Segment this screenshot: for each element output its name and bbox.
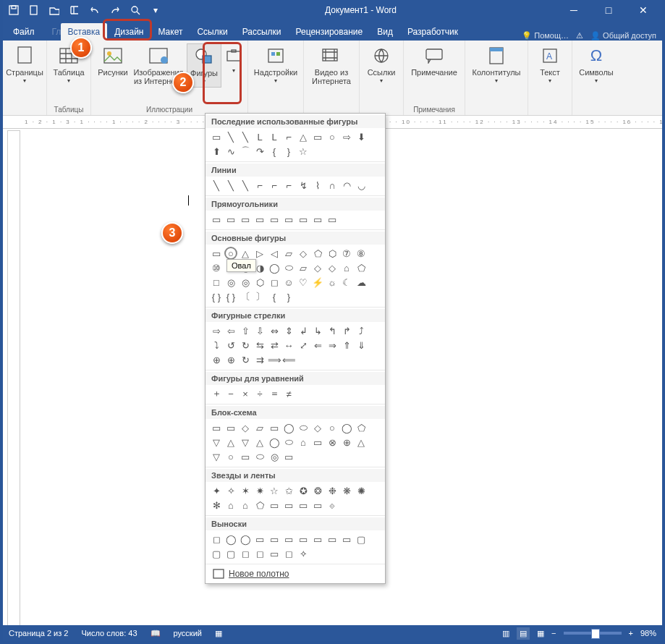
- shape-item[interactable]: L: [253, 130, 266, 143]
- shape-item[interactable]: ⇨: [340, 130, 353, 143]
- shape-item[interactable]: ＝: [268, 387, 281, 400]
- shape-item[interactable]: ⬡: [253, 276, 266, 289]
- shape-item[interactable]: ▭: [311, 533, 324, 546]
- shape-item[interactable]: △: [297, 130, 310, 143]
- shape-item[interactable]: ◯: [239, 533, 252, 546]
- status-spellcheck-icon[interactable]: 📖: [151, 629, 161, 638]
- shape-item[interactable]: ⬭: [282, 436, 295, 449]
- status-language[interactable]: русский: [174, 629, 202, 637]
- shape-item[interactable]: ✺: [355, 484, 368, 497]
- shape-item[interactable]: ↳: [311, 324, 324, 337]
- shape-item[interactable]: ↷: [253, 145, 266, 158]
- symbols-button[interactable]: Ω Символы▾: [577, 43, 616, 86]
- shape-item[interactable]: ▭: [239, 450, 252, 463]
- zoom-out-button[interactable]: −: [551, 629, 556, 637]
- shape-item[interactable]: ✷: [253, 484, 266, 497]
- shape-item[interactable]: ▭: [326, 213, 339, 226]
- shape-item[interactable]: ⬇: [355, 130, 368, 143]
- tab-home[interactable]: Главная: [45, 23, 61, 41]
- shape-item[interactable]: ▽: [210, 450, 223, 463]
- shape-item[interactable]: ◎: [268, 450, 281, 463]
- shape-item[interactable]: □: [210, 276, 223, 289]
- qat-dropdown-icon[interactable]: ▾: [149, 4, 162, 17]
- shape-item[interactable]: ⟹: [268, 353, 281, 366]
- shape-item[interactable]: ÷: [253, 387, 266, 400]
- shape-item[interactable]: {: [268, 290, 281, 303]
- shape-item[interactable]: ⇦: [224, 324, 237, 337]
- shape-item[interactable]: ▽: [210, 436, 223, 449]
- shape-item[interactable]: 〔: [239, 290, 252, 303]
- minimize-button[interactable]: ─: [559, 2, 588, 18]
- shape-item[interactable]: ☆: [268, 484, 281, 497]
- tab-review[interactable]: Рецензирование: [289, 23, 370, 41]
- shape-item[interactable]: ▱: [253, 421, 266, 434]
- shape-item[interactable]: ◇: [239, 421, 252, 434]
- shape-item[interactable]: ⇄: [268, 339, 281, 352]
- shape-item[interactable]: ◯: [340, 421, 353, 434]
- shape-item[interactable]: △: [224, 436, 237, 449]
- shape-item[interactable]: ⌐: [282, 179, 295, 192]
- save-icon[interactable]: [7, 4, 20, 17]
- shape-item[interactable]: ⇧: [239, 324, 252, 337]
- shape-item[interactable]: ⇕: [282, 324, 295, 337]
- shape-item[interactable]: { }: [224, 290, 237, 303]
- shape-item[interactable]: ⇒: [326, 339, 339, 352]
- addins-button[interactable]: Надстройки▾: [253, 43, 299, 86]
- shape-item[interactable]: 〕: [253, 290, 266, 303]
- shape-item[interactable]: ⊕: [224, 353, 237, 366]
- shape-item[interactable]: ▭: [253, 213, 266, 226]
- tab-layout[interactable]: Макет: [151, 23, 190, 41]
- shape-item[interactable]: ＋: [210, 387, 223, 400]
- shape-item[interactable]: ◻: [239, 547, 252, 560]
- view-read-mode-icon[interactable]: ▥: [502, 629, 509, 638]
- shape-item[interactable]: ✻: [210, 499, 223, 512]
- shape-item[interactable]: ▱: [297, 261, 310, 274]
- status-macro-icon[interactable]: ▦: [215, 629, 222, 638]
- shape-item[interactable]: ▭: [282, 533, 295, 546]
- shape-item[interactable]: ⊕: [340, 436, 353, 449]
- shape-item[interactable]: }: [282, 290, 295, 303]
- shape-item[interactable]: ⊕: [210, 353, 223, 366]
- shape-item[interactable]: △: [253, 436, 266, 449]
- shape-item[interactable]: ∩: [326, 179, 339, 192]
- undo-icon[interactable]: [88, 4, 101, 17]
- shape-item[interactable]: ▢: [224, 547, 237, 560]
- shape-item[interactable]: ▭: [297, 533, 310, 546]
- shape-item[interactable]: ▢: [355, 533, 368, 546]
- shape-item[interactable]: ↻: [239, 353, 252, 366]
- vertical-ruler[interactable]: [7, 130, 20, 637]
- pages-button[interactable]: Страницы▾: [7, 43, 42, 86]
- shape-item[interactable]: ╲: [210, 179, 223, 192]
- shape-item[interactable]: ♡: [297, 276, 310, 289]
- shape-item[interactable]: ▭: [268, 547, 281, 560]
- shape-item[interactable]: ⇩: [253, 324, 266, 337]
- shape-item[interactable]: ▭: [311, 130, 324, 143]
- shape-item[interactable]: ▱: [282, 247, 295, 260]
- shape-item[interactable]: ✪: [297, 484, 310, 497]
- shape-item[interactable]: ◡: [355, 179, 368, 192]
- shape-item[interactable]: ↻: [239, 339, 252, 352]
- shape-item[interactable]: ⬭: [253, 450, 266, 463]
- shape-item[interactable]: ▭: [297, 213, 310, 226]
- shape-item[interactable]: ✶: [239, 484, 252, 497]
- screenshot-button[interactable]: ▾: [224, 43, 243, 76]
- zoom-in-button[interactable]: +: [629, 629, 633, 637]
- shape-item[interactable]: ❂: [311, 484, 324, 497]
- shape-item[interactable]: ☺: [282, 276, 295, 289]
- shape-item[interactable]: ▭: [268, 533, 281, 546]
- shape-item[interactable]: ╲: [239, 179, 252, 192]
- shape-item[interactable]: ▭: [210, 421, 223, 434]
- shape-item[interactable]: ⇐: [311, 339, 324, 352]
- shape-item[interactable]: ⌇: [311, 179, 324, 192]
- shape-item[interactable]: ◇: [297, 247, 310, 260]
- pictures-button[interactable]: Рисунки: [96, 43, 130, 78]
- shape-item[interactable]: ▭: [253, 533, 266, 546]
- shape-item[interactable]: ▢: [210, 547, 223, 560]
- shape-item[interactable]: ↱: [340, 324, 353, 337]
- shape-item[interactable]: ⇓: [355, 339, 368, 352]
- shape-item[interactable]: ◠: [340, 179, 353, 192]
- shape-item[interactable]: ↲: [297, 324, 310, 337]
- shape-item[interactable]: ╲: [224, 179, 237, 192]
- shape-item[interactable]: −: [224, 387, 237, 400]
- shape-item[interactable]: ⟸: [282, 353, 295, 366]
